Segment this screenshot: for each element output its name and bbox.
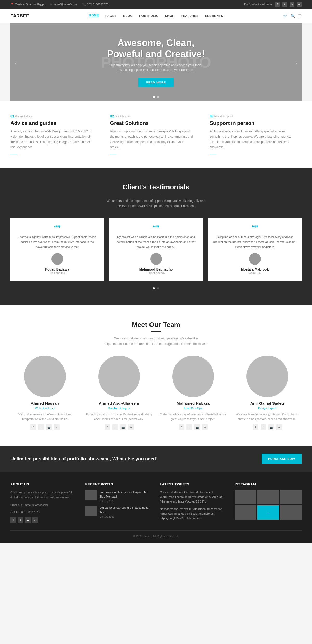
team-facebook-1[interactable]: f [30,424,36,430]
footer-post-img-2 [85,506,97,516]
linkedin-icon[interactable]: in [290,2,294,7]
feature-text-2: Rounding up a number of specific designs… [110,129,194,150]
team-role-1: Web Developer [10,407,79,410]
nav-pages[interactable]: PAGES [105,14,117,18]
nav-portfolio[interactable]: PORTFOLIO [139,14,159,18]
team-name-4: Amr Gamal Sadeq [233,401,302,405]
insta-item-2[interactable] [257,490,279,504]
insta-item-6[interactable] [280,505,302,520]
team-name-2: Ahmed Abd-Alhaleem [84,401,153,405]
footer-tweets-title: LATEST TWEETS [160,482,227,486]
carousel-dot-1[interactable] [153,287,155,289]
team-socials-4: f t 📷 in [233,424,302,430]
team-instagram-4[interactable]: 📷 [268,424,274,430]
team-linkedin-1[interactable]: in [54,424,60,430]
footer-fb-icon[interactable]: f [10,517,16,523]
testimonial-text-1: Enormous agency is the most impressive &… [16,235,99,249]
footer-tweet-2: New demo for Exports #Professional #Them… [160,507,227,521]
footer-post-title-2[interactable]: Old cameras can capture images better th… [100,506,152,514]
footer-post-1: Four ways to cheer yourself up on the Bl… [85,490,152,503]
team-divider [151,331,161,332]
feature-num-2: 02 Quick & smart [110,114,194,118]
search-icon[interactable]: 🔍 [291,14,295,18]
testimonial-avatar-2 [150,253,162,265]
team-twitter-2[interactable]: t [112,424,118,430]
team-role-4: Design Expert [233,407,302,410]
nav-blog[interactable]: BLOG [123,14,133,18]
cta-text: Unlimited possibilities of portfolio sho… [10,456,158,462]
feature-title-1: Advice and guides [10,120,94,126]
hero-dot-1[interactable] [153,96,155,98]
facebook-icon[interactable]: f [275,2,280,7]
hero-title: Awesome, Clean,Poweful and Creative! [104,37,208,60]
footer-tweets-col: LATEST TWEETS Check out Mount - Creative… [160,482,227,524]
team-instagram-3[interactable]: 📷 [194,424,200,430]
footer-post-content-2: Old cameras can capture images better th… [100,506,152,518]
team-instagram-1[interactable]: 📷 [46,424,52,430]
footer-about-socials: f t ▶ in [10,517,77,523]
footer-post-title-1[interactable]: Four ways to cheer yourself up on the Bl… [100,490,152,499]
team-socials-1: f t 📷 in [10,424,79,430]
nav-icons: 🛒 🔍 ☰ [283,14,302,18]
team-linkedin-3[interactable]: in [202,424,208,430]
team-member-3: Mohamed Habaza Lead Dev Ops Collecting w… [159,356,228,430]
testimonial-company-3: Code Us. [213,271,296,274]
purchase-now-button[interactable]: PURCHASE NOW [262,454,302,464]
testimonial-card-2: ❝❞ My project was a simple & small task,… [109,218,203,281]
testimonial-avatar-1 [51,253,63,265]
team-section: Meet Our Team We love what we do and we … [0,305,312,446]
hero-prev-arrow[interactable]: ‹ [14,59,16,65]
feature-line-1 [10,154,17,154]
footer-posts-col: RECENT POSTS Four ways to cheer yourself… [85,482,152,524]
menu-icon[interactable]: ☰ [298,14,302,18]
carousel-dot-2[interactable] [157,287,159,289]
testimonial-company-1: Tie Labs Inc [16,271,99,274]
team-role-2: Graphic Designer [84,407,153,410]
nav-shop[interactable]: SHOP [165,14,174,18]
address-info: 📍 Tanta AlGharbia, Egypt [10,3,45,6]
team-linkedin-2[interactable]: in [128,424,134,430]
nav-home[interactable]: HOME [89,14,99,18]
footer-email-label: Email Us: [10,503,23,506]
footer-yt-icon[interactable]: ▶ [25,517,31,523]
team-member-4: Amr Gamal Sadeq Design Expert We are a b… [233,356,302,430]
team-bio-4: We are a branding agency, this plan if y… [233,412,302,421]
team-facebook-2[interactable]: f [105,424,110,430]
footer-tw-icon[interactable]: t [18,517,23,523]
team-bio-1: Vision dominates a lot of our subconciou… [10,412,79,421]
team-twitter-1[interactable]: t [38,424,44,430]
team-avatar-2 [98,356,140,397]
top-bar-right: Don't miss to follow us f t in ⊕ [244,2,302,7]
team-instagram-2[interactable]: 📷 [120,424,126,430]
team-twitter-3[interactable]: t [186,424,192,430]
team-bio-3: Collecting wide array of samples and ins… [159,412,228,421]
insta-item-4[interactable] [235,505,256,520]
footer-tweet-1: Check out Mount - Creative Multi-Concept… [160,490,227,504]
email-info: ✉ farsef@farsef.com [50,3,77,6]
pin-icon: 📍 [10,3,14,6]
team-facebook-4[interactable]: f [253,424,258,430]
team-linkedin-4[interactable]: in [276,424,282,430]
nav-features[interactable]: FEATURES [181,14,199,18]
testimonials-divider [151,194,161,194]
hero-read-more-button[interactable]: READ MORE [138,78,174,87]
rss-icon[interactable]: ⊕ [297,2,302,7]
footer-instagram-col: INSTAGRAM + [235,482,302,524]
footer-post-2: Old cameras can capture images better th… [85,506,152,518]
nav-elements[interactable]: ELEMENTS [205,14,223,18]
team-facebook-3[interactable]: f [179,424,184,430]
hero-next-arrow[interactable]: › [296,59,298,65]
insta-item-3[interactable] [280,490,302,504]
hero-dot-2[interactable] [157,96,159,98]
team-twitter-4[interactable]: t [261,424,266,430]
footer-in-icon[interactable]: in [32,517,38,523]
testimonial-avatar-3 [249,253,261,265]
email-icon: ✉ [50,3,52,6]
insta-item-accent[interactable]: + [257,505,279,520]
twitter-icon[interactable]: t [282,2,287,7]
cart-icon[interactable]: 🛒 [283,14,288,18]
testimonial-name-2: Mahmoud Baghagho [114,267,198,271]
team-avatar-1 [24,356,66,397]
quote-icon-2: ❝❞ [114,224,198,231]
insta-item-1[interactable] [235,490,256,504]
